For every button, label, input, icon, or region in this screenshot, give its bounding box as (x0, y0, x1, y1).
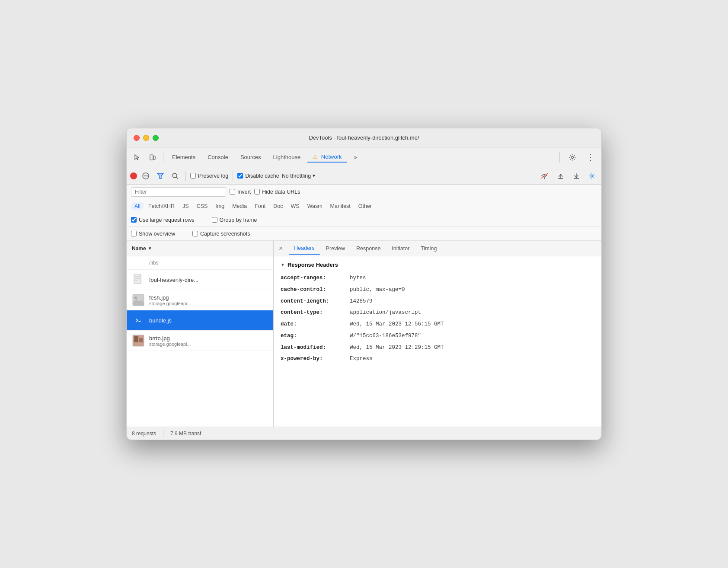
upload-button[interactable] (555, 171, 567, 181)
invert-checkbox[interactable] (230, 189, 235, 195)
detail-panel: × Headers Preview Response Initiator Tim… (274, 241, 601, 427)
type-filter-all[interactable]: All (131, 202, 144, 211)
device-toolbar-button[interactable] (146, 152, 160, 163)
tab-lighthouse[interactable]: Lighthouse (268, 152, 306, 162)
clear-button[interactable] (140, 171, 152, 181)
search-icon (172, 172, 179, 179)
svg-point-2 (572, 156, 574, 158)
cursor-icon (134, 154, 140, 161)
more-options-button[interactable]: ⋮ (583, 151, 598, 164)
svg-line-7 (176, 177, 178, 179)
filter-input[interactable] (131, 187, 226, 197)
close-detail-button[interactable]: × (277, 243, 284, 254)
invert-label[interactable]: Invert (230, 189, 251, 195)
title-bar: DevTools - foul-heavenly-direction.glitc… (127, 128, 601, 147)
list-item-bundle-js[interactable]: bundle.js (127, 310, 273, 331)
header-row-etag: etag: W/"15cc63-186e53ef978" (281, 330, 594, 342)
toolbar-separator-right (559, 152, 560, 163)
type-filter-row: All Fetch/XHR JS CSS Img Media Font Doc … (127, 199, 601, 213)
main-toolbar: Elements Console Sources Lighthouse ⚠ Ne… (127, 147, 601, 167)
disable-cache-checkbox[interactable] (237, 173, 243, 179)
detail-tab-preview[interactable]: Preview (321, 243, 350, 254)
type-filter-img[interactable]: Img (212, 202, 228, 211)
list-item-fesh-jpg[interactable]: fesh.jpg storage.googleapi... (127, 290, 273, 310)
type-filter-fetch-xhr[interactable]: Fetch/XHR (145, 202, 178, 211)
options-row-2: Show overview Capture screenshots (127, 227, 601, 241)
file-list-body: /libs foul-heavenly-dire... (127, 256, 273, 427)
capture-screenshots-checkbox[interactable] (192, 231, 198, 236)
tab-console[interactable]: Console (202, 152, 233, 162)
preserve-log-label[interactable]: Preserve log (190, 173, 228, 179)
network-toolbar-sep2 (233, 171, 233, 181)
hide-data-urls-label[interactable]: Hide data URLs (254, 189, 300, 195)
capture-screenshots-label[interactable]: Capture screenshots (192, 231, 250, 237)
hide-data-urls-checkbox[interactable] (254, 189, 260, 195)
use-large-rows-checkbox[interactable] (131, 217, 137, 223)
close-button[interactable] (134, 135, 140, 141)
detail-tab-initiator[interactable]: Initiator (386, 243, 415, 254)
search-button[interactable] (169, 171, 181, 181)
header-row-content-type: content-type: application/javascript (281, 307, 594, 319)
settings-button[interactable] (565, 152, 580, 163)
script-icon-bundle (132, 314, 145, 327)
disable-cache-label[interactable]: Disable cache (237, 173, 279, 179)
sort-arrow-icon: ▼ (148, 246, 152, 251)
detail-body: Response Headers accept-ranges: bytes ca… (274, 256, 601, 427)
tab-network[interactable]: ⚠ Network (307, 152, 347, 163)
tab-sources[interactable]: Sources (235, 152, 266, 162)
minimize-button[interactable] (143, 135, 149, 141)
wifi-icon (540, 172, 549, 179)
inspect-element-button[interactable] (130, 152, 144, 163)
svg-rect-23 (134, 336, 138, 342)
detail-tab-response[interactable]: Response (351, 243, 386, 254)
show-overview-checkbox[interactable] (131, 231, 137, 236)
download-button[interactable] (570, 171, 582, 181)
wifi-icon-button[interactable] (537, 171, 551, 181)
use-large-rows-label[interactable]: Use large request rows (131, 217, 195, 223)
throttle-select[interactable]: No throttling ▼ (282, 173, 316, 179)
filter-button[interactable] (154, 171, 166, 181)
tab-more[interactable]: » (349, 152, 362, 162)
type-filter-other[interactable]: Other (355, 202, 375, 211)
window-title: DevTools - foul-heavenly-direction.glitc… (309, 134, 419, 141)
preserve-log-checkbox[interactable] (190, 173, 196, 179)
record-button[interactable] (130, 172, 137, 179)
device-icon (149, 154, 156, 161)
type-filter-wasm[interactable]: Wasm (304, 202, 326, 211)
svg-point-6 (172, 173, 177, 178)
tab-elements[interactable]: Elements (167, 152, 201, 162)
group-by-frame-checkbox[interactable] (212, 217, 217, 223)
header-row-cache-control: cache-control: public, max-age=0 (281, 284, 594, 296)
type-filter-doc[interactable]: Doc (270, 202, 286, 211)
type-filter-ws[interactable]: WS (287, 202, 303, 211)
file-info-brrto: brrto.jpg storage.googleapi... (149, 335, 268, 347)
header-row-date: date: Wed, 15 Mar 2023 12:56:15 GMT (281, 319, 594, 330)
dropdown-arrow-icon: ▼ (312, 173, 316, 178)
no-entry-icon (142, 172, 149, 179)
detail-tab-timing[interactable]: Timing (415, 243, 442, 254)
toolbar-separator (163, 152, 163, 163)
svg-rect-1 (153, 156, 155, 160)
main-content: Name ▼ /libs (127, 241, 601, 427)
network-settings-button[interactable] (586, 171, 598, 181)
filter-row: Invert Hide data URLs (127, 185, 601, 199)
options-row-1: Use large request rows Group by frame (127, 213, 601, 227)
detail-tab-headers[interactable]: Headers (289, 243, 319, 255)
show-overview-label[interactable]: Show overview (131, 231, 175, 237)
detail-tabs: × Headers Preview Response Initiator Tim… (274, 241, 601, 256)
type-filter-css[interactable]: CSS (193, 202, 211, 211)
type-filter-manifest[interactable]: Manifest (327, 202, 354, 211)
list-item-libs[interactable]: /libs (127, 256, 273, 270)
maximize-button[interactable] (153, 135, 159, 141)
header-row-content-length: content-length: 1428579 (281, 296, 594, 307)
type-filter-font[interactable]: Font (251, 202, 269, 211)
type-filter-media[interactable]: Media (229, 202, 250, 211)
upload-icon (557, 172, 564, 179)
list-item-brrto-jpg[interactable]: brrto.jpg storage.googleapi... (127, 331, 273, 351)
type-filter-js[interactable]: JS (179, 202, 192, 211)
list-item-foul-heavenly[interactable]: foul-heavenly-dire... (127, 270, 273, 290)
gear-small-icon (588, 172, 595, 179)
group-by-frame-label[interactable]: Group by frame (212, 217, 257, 223)
devtools-window: DevTools - foul-heavenly-direction.glitc… (126, 128, 602, 440)
status-separator (163, 430, 163, 437)
